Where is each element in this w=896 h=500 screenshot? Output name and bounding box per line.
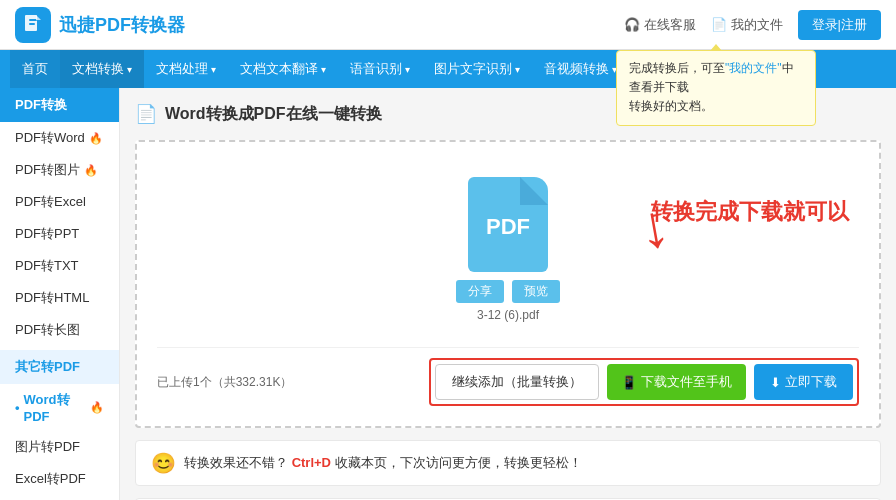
main-layout: PDF转换 PDF转Word 🔥 PDF转图片 🔥 PDF转Excel PDF转… <box>0 88 896 500</box>
sidebar-item-pdf-html[interactable]: PDF转HTML <box>0 282 119 314</box>
sidebar-item-ppt-pdf[interactable]: PPT转PDF <box>0 495 119 500</box>
download-icon: ⬇ <box>770 375 781 390</box>
sidebar-item-image-pdf[interactable]: 图片转PDF <box>0 431 119 463</box>
sidebar-item-pdf-image[interactable]: PDF转图片 🔥 <box>0 154 119 186</box>
service-label: 在线客服 <box>644 16 696 34</box>
nav-doc-process-label: 文档处理 <box>156 60 208 78</box>
nav-doc-translate-arrow: ▾ <box>321 64 326 75</box>
tip-shortcut: Ctrl+D <box>292 455 331 470</box>
tip-bar: 😊 转换效果还不错？ Ctrl+D 收藏本页，下次访问更方便，转换更轻松！ <box>135 440 881 486</box>
nav-speech-label: 语音识别 <box>350 60 402 78</box>
nav-media-label: 音视频转换 <box>544 60 609 78</box>
download-to-phone-button[interactable]: 📱 下载文件至手机 <box>607 364 746 400</box>
nav-ocr-label: 图片文字识别 <box>434 60 512 78</box>
nav-doc-convert-arrow: ▾ <box>127 64 132 75</box>
sidebar-item-excel-pdf[interactable]: Excel转PDF <box>0 463 119 495</box>
download-btn-label: 立即下载 <box>785 373 837 391</box>
tooltip-text3: 转换好的文档。 <box>629 99 713 113</box>
tooltip-text1: 完成转换后，可至 <box>629 61 725 75</box>
nav-item-doc-process[interactable]: 文档处理 ▾ <box>144 50 228 88</box>
hot-badge-word: 🔥 <box>89 132 103 145</box>
nav-doc-process-arrow: ▾ <box>211 64 216 75</box>
smile-icon: 😊 <box>151 451 176 475</box>
svg-rect-1 <box>29 19 37 21</box>
content-area: 📄 Word转换成PDF在线一键转换 PDF 分享 预览 3-12 (6).pd… <box>120 88 896 500</box>
immediate-download-button[interactable]: ⬇ 立即下载 <box>754 364 853 400</box>
nav-item-doc-translate[interactable]: 文档文本翻译 ▾ <box>228 50 338 88</box>
tooltip-box: 完成转换后，可至"我的文件"中查看并下载 转换好的文档。 <box>616 50 816 126</box>
sidebar-item-pdf-ppt[interactable]: PDF转PPT <box>0 218 119 250</box>
nav-doc-translate-label: 文档文本翻译 <box>240 60 318 78</box>
pdf-file-icon: PDF <box>468 177 548 272</box>
header-right: 🎧 在线客服 📄 我的文件 登录|注册 <box>624 10 881 40</box>
my-files-btn[interactable]: 📄 我的文件 <box>711 16 783 34</box>
logo-icon <box>15 7 51 43</box>
header: 迅捷PDF转换器 🎧 在线客服 📄 我的文件 登录|注册 完成转换后，可至"我的… <box>0 0 896 50</box>
nav-doc-convert-label: 文档转换 <box>72 60 124 78</box>
nav-item-doc-convert[interactable]: 文档转换 ▾ <box>60 50 144 88</box>
nav-ocr-arrow: ▾ <box>515 64 520 75</box>
sidebar-item-pdf-txt[interactable]: PDF转TXT <box>0 250 119 282</box>
service-btn[interactable]: 🎧 在线客服 <box>624 16 696 34</box>
page-title-icon: 📄 <box>135 103 157 125</box>
tip-before: 转换效果还不错？ <box>184 455 288 470</box>
tooltip-highlight: "我的文件" <box>725 61 782 75</box>
hot-badge-wordpdf: 🔥 <box>90 401 104 414</box>
pdf-label: PDF <box>486 214 530 240</box>
file-icon: 📄 <box>711 17 727 32</box>
sidebar-item-pdf-word[interactable]: PDF转Word 🔥 <box>0 122 119 154</box>
sidebar: PDF转换 PDF转Word 🔥 PDF转图片 🔥 PDF转Excel PDF转… <box>0 88 120 500</box>
files-label: 我的文件 <box>731 16 783 34</box>
nav-home-label: 首页 <box>22 60 48 78</box>
tip-text: 转换效果还不错？ Ctrl+D 收藏本页，下次访问更方便，转换更轻松！ <box>184 454 582 472</box>
sidebar-section-pdf: PDF转换 <box>0 88 119 122</box>
logo-text: 迅捷PDF转换器 <box>59 13 185 37</box>
sidebar-item-word-pdf[interactable]: Word转PDF 🔥 <box>0 384 119 431</box>
continue-add-button[interactable]: 继续添加（批量转换） <box>435 364 599 400</box>
upload-info: 已上传1个（共332.31K） <box>157 374 292 391</box>
phone-btn-label: 下载文件至手机 <box>641 373 732 391</box>
nav-item-media[interactable]: 音视频转换 ▾ <box>532 50 629 88</box>
sidebar-section-other: 其它转PDF <box>0 350 119 384</box>
action-buttons-group: 继续添加（批量转换） 📱 下载文件至手机 ⬇ 立即下载 <box>429 358 859 406</box>
file-display: PDF 分享 预览 3-12 (6).pdf <box>456 177 560 322</box>
nav-item-ocr[interactable]: 图片文字识别 ▾ <box>422 50 532 88</box>
file-name: 3-12 (6).pdf <box>477 308 539 322</box>
hot-badge-image: 🔥 <box>84 164 98 177</box>
file-actions: 分享 预览 <box>456 280 560 303</box>
nav-item-speech[interactable]: 语音识别 ▾ <box>338 50 422 88</box>
share-button[interactable]: 分享 <box>456 280 504 303</box>
logo-area: 迅捷PDF转换器 <box>15 7 185 43</box>
sidebar-item-pdf-excel[interactable]: PDF转Excel <box>0 186 119 218</box>
sidebar-item-pdf-longimg[interactable]: PDF转长图 <box>0 314 119 346</box>
login-button[interactable]: 登录|注册 <box>798 10 881 40</box>
page-title: Word转换成PDF在线一键转换 <box>165 104 382 125</box>
nav-speech-arrow: ▾ <box>405 64 410 75</box>
convert-done-text: 转换完成下载就可以 <box>651 197 849 227</box>
preview-button[interactable]: 预览 <box>512 280 560 303</box>
upload-area[interactable]: PDF 分享 预览 3-12 (6).pdf ↓ 转换完成下载就可以 已上传1个… <box>135 140 881 428</box>
headset-icon: 🎧 <box>624 17 640 32</box>
tip-after: 收藏本页，下次访问更方便，转换更轻松！ <box>335 455 582 470</box>
phone-icon: 📱 <box>621 375 637 390</box>
svg-rect-2 <box>29 23 35 25</box>
upload-bottom-bar: 已上传1个（共332.31K） 继续添加（批量转换） 📱 下载文件至手机 ⬇ 立… <box>157 347 859 406</box>
nav-item-home[interactable]: 首页 <box>10 50 60 88</box>
